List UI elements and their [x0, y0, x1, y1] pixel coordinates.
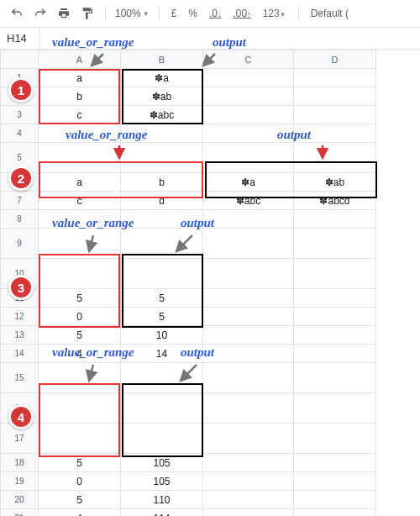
font-dropdown[interactable]: Default ( — [308, 8, 351, 19]
cell-D6[interactable]: ✽ab — [294, 173, 376, 192]
cell-D2[interactable] — [294, 87, 376, 106]
row-header-2[interactable]: 2 — [1, 87, 39, 106]
cell-D15[interactable] — [294, 363, 376, 393]
cell-C10[interactable] — [203, 259, 294, 289]
currency-format[interactable]: £ — [169, 8, 180, 19]
cell-A11[interactable]: 5 — [39, 289, 121, 308]
cell-A10[interactable] — [39, 259, 121, 289]
cell-A12[interactable]: 0 — [39, 308, 121, 326]
cell-B12[interactable]: 5 — [121, 308, 203, 326]
cell-B5[interactable] — [121, 143, 203, 173]
col-header-B[interactable]: B — [121, 50, 203, 69]
cell-A17[interactable] — [39, 424, 121, 454]
row-header-17[interactable]: 17 — [1, 424, 39, 454]
cell-B16[interactable] — [121, 393, 203, 424]
cell-D9[interactable] — [294, 229, 376, 259]
row-header-6[interactable]: 6 — [1, 173, 39, 192]
row-header-3[interactable]: 3 — [1, 106, 39, 124]
print-icon[interactable] — [55, 5, 72, 22]
row-header-15[interactable]: 15 — [1, 363, 39, 393]
cell-D12[interactable] — [294, 308, 376, 326]
row-header-1[interactable]: 1 — [1, 69, 39, 87]
cell-D18[interactable] — [294, 454, 376, 472]
cell-D21[interactable] — [294, 509, 376, 517]
cell-A2[interactable]: b — [39, 87, 121, 106]
cell-A1[interactable]: a — [39, 69, 121, 87]
cell-A18[interactable]: 5 — [39, 454, 121, 472]
cell-D4[interactable] — [294, 124, 376, 143]
cell-B21[interactable]: 114 — [121, 509, 203, 517]
cell-D20[interactable] — [294, 491, 376, 509]
cell-A13[interactable]: 5 — [39, 326, 121, 345]
cell-C6[interactable]: ✽a — [203, 173, 294, 192]
col-header-C[interactable]: C — [203, 50, 294, 69]
cell-D13[interactable] — [294, 326, 376, 345]
cell-A16[interactable] — [39, 393, 121, 424]
cell-B15[interactable] — [121, 363, 203, 393]
zoom-dropdown[interactable]: 100% ▼ — [115, 8, 150, 19]
cell-D8[interactable] — [294, 210, 376, 229]
cell-C21[interactable] — [203, 509, 294, 517]
cell-C7[interactable]: ✽abc — [203, 192, 294, 210]
row-header-14[interactable]: 14 — [1, 345, 39, 363]
cell-C1[interactable] — [203, 69, 294, 87]
row-header-21[interactable]: 21 — [1, 509, 39, 517]
row-header-11[interactable]: 11 — [1, 289, 39, 308]
cell-C17[interactable] — [203, 424, 294, 454]
cell-B20[interactable]: 110 — [121, 491, 203, 509]
spreadsheet-grid[interactable]: A B C D 1a✽a2b✽ab3c✽abc456ab✽a✽ab7cd✽abc… — [0, 50, 376, 516]
cell-B19[interactable]: 105 — [121, 472, 203, 491]
cell-B10[interactable] — [121, 259, 203, 289]
cell-B14[interactable]: 14 — [121, 345, 203, 363]
row-header-8[interactable]: 8 — [1, 210, 39, 229]
row-header-20[interactable]: 20 — [1, 491, 39, 509]
percent-format[interactable]: % — [186, 8, 200, 19]
row-header-10[interactable]: 10 — [1, 259, 39, 289]
cell-B18[interactable]: 105 — [121, 454, 203, 472]
cell-C5[interactable] — [203, 143, 294, 173]
cell-A9[interactable] — [39, 229, 121, 259]
cell-A6[interactable]: a — [39, 173, 121, 192]
cell-A7[interactable]: c — [39, 192, 121, 210]
cell-C18[interactable] — [203, 454, 294, 472]
cell-D1[interactable] — [294, 69, 376, 87]
cell-B3[interactable]: ✽abc — [121, 106, 203, 124]
cell-B11[interactable]: 5 — [121, 289, 203, 308]
paint-format-icon[interactable] — [79, 5, 96, 22]
cell-B13[interactable]: 10 — [121, 326, 203, 345]
cell-C12[interactable] — [203, 308, 294, 326]
row-header-12[interactable]: 12 — [1, 308, 39, 326]
cell-B7[interactable]: d — [121, 192, 203, 210]
cell-B9[interactable] — [121, 229, 203, 259]
redo-icon[interactable] — [32, 5, 49, 22]
undo-icon[interactable] — [8, 5, 25, 22]
cell-C14[interactable] — [203, 345, 294, 363]
cell-C4[interactable] — [203, 124, 294, 143]
cell-A8[interactable] — [39, 210, 121, 229]
cell-D7[interactable]: ✽abcd — [294, 192, 376, 210]
row-header-4[interactable]: 4 — [1, 124, 39, 143]
cell-A3[interactable]: c — [39, 106, 121, 124]
cell-A19[interactable]: 0 — [39, 472, 121, 491]
cell-A20[interactable]: 5 — [39, 491, 121, 509]
cell-C9[interactable] — [203, 229, 294, 259]
cell-D10[interactable] — [294, 259, 376, 289]
col-header-D[interactable]: D — [294, 50, 376, 69]
row-header-9[interactable]: 9 — [1, 229, 39, 259]
cell-B2[interactable]: ✽ab — [121, 87, 203, 106]
cell-D14[interactable] — [294, 345, 376, 363]
cell-B6[interactable]: b — [121, 173, 203, 192]
cell-C16[interactable] — [203, 393, 294, 424]
cell-C15[interactable] — [203, 363, 294, 393]
cell-B8[interactable] — [121, 210, 203, 229]
row-header-5[interactable]: 5 — [1, 143, 39, 173]
cell-A15[interactable] — [39, 363, 121, 393]
cell-D16[interactable] — [294, 393, 376, 424]
row-header-19[interactable]: 19 — [1, 472, 39, 491]
cell-A5[interactable] — [39, 143, 121, 173]
decrease-decimal[interactable]: .0↓ — [207, 8, 224, 19]
cell-C19[interactable] — [203, 472, 294, 491]
cell-A21[interactable]: 4 — [39, 509, 121, 517]
row-header-7[interactable]: 7 — [1, 192, 39, 210]
cell-D17[interactable] — [294, 424, 376, 454]
